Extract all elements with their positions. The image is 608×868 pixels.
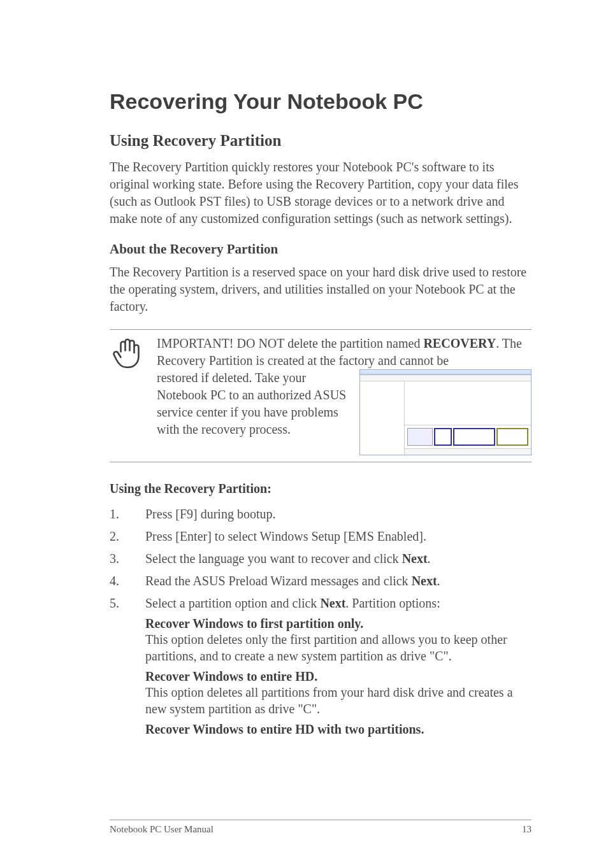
step-item: Press [F9] during bootup.	[110, 505, 532, 523]
footer-title: Notebook PC User Manual	[110, 824, 214, 835]
important-text-tail: restored if deleted. Take your Notebook …	[157, 369, 352, 455]
disk-management-screenshot	[359, 369, 532, 455]
hand-stop-icon	[110, 335, 148, 373]
steps-list: Press [F9] during bootup. Press [Enter] …	[110, 505, 532, 613]
step-item: Select the language you want to recover …	[110, 550, 532, 568]
step-item: Read the ASUS Preload Wizard messages an…	[110, 572, 532, 590]
option-title: Recover Windows to first partition only.	[145, 616, 532, 631]
section-heading: Using Recovery Partition	[110, 132, 532, 150]
important-recovery-word: RECOVERY	[423, 336, 496, 350]
step-item: Select a partition option and click Next…	[110, 594, 532, 613]
page-footer: Notebook PC User Manual 13	[110, 820, 532, 835]
option-desc: This option deletes all partitions from …	[145, 684, 532, 717]
steps-heading: Using the Recovery Partition:	[110, 481, 532, 496]
intro-paragraph: The Recovery Partition quickly restores …	[110, 159, 532, 227]
about-paragraph: The Recovery Partition is a reserved spa…	[110, 264, 532, 315]
important-callout: IMPORTANT! DO NOT delete the partition n…	[110, 329, 532, 462]
page-number: 13	[522, 824, 532, 835]
step-item: Press [Enter] to select Windows Setup [E…	[110, 527, 532, 546]
page-title: Recovering Your Notebook PC	[110, 89, 532, 114]
subsection-heading: About the Recovery Partition	[110, 241, 532, 257]
important-text-lead: IMPORTANT! DO NOT delete the partition n…	[157, 336, 423, 350]
option-title: Recover Windows to entire HD.	[145, 669, 532, 684]
option-title: Recover Windows to entire HD with two pa…	[145, 722, 532, 737]
option-desc: This option deletes only the first parti…	[145, 631, 532, 664]
